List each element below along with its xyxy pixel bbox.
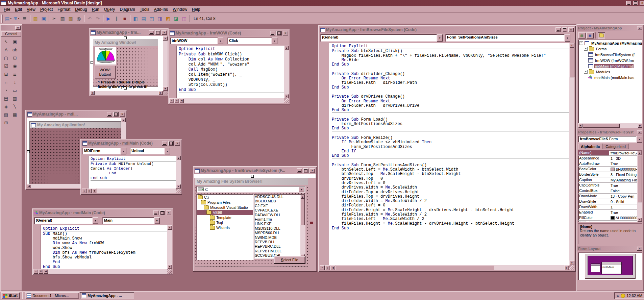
object-select-combobox[interactable]: frmBrowseFileS Form ▼ (578, 136, 642, 143)
vertical-scrollbar[interactable]: ▲ ▼ (163, 36, 168, 91)
minimize-icon[interactable] (107, 112, 112, 117)
image-tool[interactable]: ▨ (2, 110, 10, 119)
minimize-button[interactable] (626, 1, 631, 5)
close-icon[interactable]: × (120, 112, 125, 117)
object-combobox[interactable]: (General)▼ (320, 34, 443, 42)
tab-categorized[interactable]: Categorized (603, 144, 628, 149)
close-icon[interactable]: × (283, 31, 288, 35)
full-module-view-button[interactable]: ≣ (39, 269, 43, 274)
file-item[interactable]: REPVB.DLL (255, 240, 300, 244)
chevron-down-icon[interactable]: ▼ (93, 217, 98, 224)
layout-form-thumbnail-mdimain[interactable]: mdiMain (601, 262, 622, 274)
file-item[interactable]: LINK.EXE (255, 222, 300, 226)
listbox-tool[interactable]: ≣ (10, 70, 19, 78)
timer-tool[interactable]: ◔ (2, 86, 10, 94)
properties-panel-titlebar[interactable]: Properties - frmBrowseFileSyst × (577, 129, 643, 135)
project-tree-item[interactable]: frmWOW (frmWOW.frm (579, 57, 642, 63)
procedure-view-button[interactable]: ≡ (33, 269, 38, 274)
tree-expander-icon[interactable]: − (579, 41, 583, 45)
minimize-icon[interactable] (297, 168, 302, 173)
property-value[interactable]: 13 - Copy Pen (609, 194, 637, 199)
directory-item[interactable]: Program Files (197, 200, 253, 205)
scroll-right-icon[interactable]: ▶ (638, 123, 642, 128)
close-icon[interactable]: × (162, 30, 167, 35)
start-button[interactable]: ▶ (104, 15, 113, 22)
drivelistbox-tool[interactable]: ▭ (10, 86, 19, 94)
browser-code-window[interactable]: MyAmazingApp - frmBrowseFileSystem (Code… (318, 25, 576, 272)
frm-designer-window[interactable]: MyAmazingApp - frm... × My Amazing Windo… (89, 28, 169, 96)
project-tree-item[interactable]: −Forms (579, 46, 642, 52)
minimize-icon[interactable] (149, 30, 154, 35)
scrollbar-thumb[interactable] (300, 199, 305, 225)
add-project-button[interactable]: ▤▼ (4, 15, 13, 22)
selection-handle[interactable] (27, 150, 30, 153)
property-row[interactable]: FillColor&H00000000 (578, 215, 637, 221)
line-tool[interactable]: ╲ (10, 102, 19, 110)
chevron-down-icon[interactable]: ▼ (18, 18, 20, 20)
property-row[interactable]: (Name)frmBrowseFileS (578, 150, 637, 156)
menu-tools[interactable]: Tools (138, 6, 152, 12)
scroll-right-icon[interactable]: ▶ (158, 91, 163, 95)
file-item[interactable]: REPVBRC.DLL (255, 244, 300, 249)
frm-designer-titlebar[interactable]: MyAmazingApp - frm... × (90, 29, 168, 35)
maximize-icon[interactable] (276, 31, 282, 35)
scroll-left-icon[interactable]: ◀ (90, 91, 95, 95)
mdimain-code-titlebar[interactable]: MyAmazingApp - mdiMain (Code) × (82, 140, 181, 146)
mdimain-code-window[interactable]: MyAmazingApp - mdiMain (Code) × MDIForm▼… (80, 139, 182, 195)
wow-button[interactable]: WOW! Button! (95, 66, 116, 79)
commandbutton-tool[interactable]: ⊡ (10, 54, 19, 62)
chevron-down-icon[interactable]: ▼ (637, 136, 642, 143)
resize-grip[interactable] (167, 269, 172, 274)
tab-alphabetic[interactable]: Alphabetic (578, 144, 602, 149)
close-icon[interactable]: × (175, 141, 180, 146)
filelistbox-tool[interactable]: ▥ (10, 94, 19, 102)
checkbox-tool[interactable]: ☑ (2, 62, 10, 70)
selection-handle[interactable] (251, 175, 254, 178)
event-combobox[interactable]: Form_SetPositionsAndSizes▼ (445, 34, 570, 42)
optionbutton-tool[interactable]: ◉ (10, 62, 19, 70)
object-combobox[interactable]: (General)▼ (34, 217, 98, 224)
project-tree[interactable]: −MyAmazingApp (MyAmazingApp−FormsfrmBrow… (578, 40, 642, 123)
code-editor[interactable]: Option ExplicitPrivate Sub btnWOW_Click(… (169, 46, 289, 98)
scroll-left-icon[interactable]: ◀ (92, 189, 96, 193)
chevron-down-icon[interactable]: ▼ (218, 38, 223, 44)
property-row[interactable]: BackColor&H8000000F (578, 167, 637, 172)
file-item[interactable]: ADDSCCUS.DLL (255, 195, 300, 199)
scroll-up-icon[interactable]: ▲ (637, 151, 642, 155)
object-combobox[interactable]: MDIForm▼ (82, 148, 126, 154)
property-value[interactable]: 0 - Solid (609, 199, 637, 204)
scroll-down-icon[interactable]: ▼ (284, 94, 289, 98)
scrollbar-thumb[interactable] (583, 123, 620, 128)
property-row[interactable]: DrawMode13 - Copy Pen (578, 194, 637, 199)
close-icon[interactable]: × (309, 168, 315, 173)
menu-format[interactable]: Format (55, 6, 73, 12)
project-panel-titlebar[interactable]: Project - MyAmazingApp × (577, 25, 643, 31)
menu-window[interactable]: Window (170, 6, 190, 12)
property-row[interactable]: Appearance1 - 3D (578, 156, 637, 161)
minimize-icon[interactable] (555, 27, 561, 32)
menu-edit[interactable]: Edit (13, 6, 24, 12)
resize-grip[interactable] (284, 98, 289, 103)
directory-item[interactable]: Template (197, 215, 253, 220)
open-project-button[interactable]: ▨ (31, 15, 40, 22)
save-project-button[interactable]: ▣ (40, 15, 48, 22)
scroll-down-icon[interactable]: ▼ (569, 260, 574, 265)
chevron-down-icon[interactable]: ▼ (10, 18, 12, 20)
maximize-icon[interactable] (155, 30, 160, 35)
tray-collapse-chevron[interactable]: « (617, 293, 619, 298)
drive-combobox[interactable]: c: ▼ (196, 186, 305, 193)
file-item[interactable]: BIBLIO.MDB (255, 199, 300, 203)
maximize-icon[interactable] (168, 141, 174, 146)
scroll-down-icon[interactable]: ▼ (167, 265, 172, 269)
procedure-view-button[interactable]: ≡ (320, 265, 325, 270)
toolbox-button[interactable]: ◩ (164, 15, 172, 22)
property-value[interactable]: False (609, 188, 637, 193)
copy-button[interactable]: ▥ (58, 15, 67, 22)
menu-help[interactable]: Help (190, 6, 203, 12)
toggle-folders-button[interactable] (598, 32, 605, 39)
cut-button[interactable]: ✂ (50, 15, 58, 22)
project-tree-item[interactable]: −Modules (579, 69, 642, 75)
horizontal-scrollbar[interactable]: ◀ ▶ (90, 91, 163, 95)
frame-tool[interactable]: ▢ (2, 54, 10, 62)
form-file-system-browser[interactable]: My Amazing File System Browser! c: ▼ C:\… (195, 178, 308, 267)
